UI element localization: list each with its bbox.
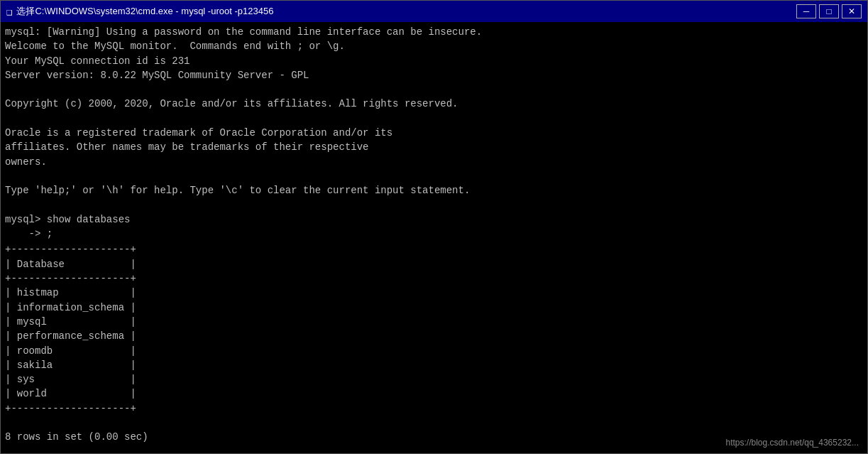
window-title: 选择C:\WINDOWS\system32\cmd.exe - mysql -u…: [16, 5, 273, 18]
terminal-line-5: [5, 82, 863, 97]
titlebar-left: ❑ 选择C:\WINDOWS\system32\cmd.exe - mysql …: [6, 5, 273, 18]
terminal-line-4: Server version: 8.0.22 MySQL Community S…: [5, 68, 863, 82]
terminal-line-6: Copyright (c) 2000, 2020, Oracle and/or …: [5, 97, 863, 111]
terminal-line-3: Your MySQL connection id is 231: [5, 54, 863, 68]
terminal-line-2: Welcome to the MySQL monitor. Commands e…: [5, 39, 863, 53]
database-table: +--------------------+ | Database | +---…: [5, 242, 863, 416]
terminal-line-7: [5, 112, 863, 126]
watermark: https://blog.csdn.net/qq_4365232...: [726, 438, 859, 448]
result-line: [5, 416, 863, 430]
terminal-line-1: mysql: [Warning] Using a password on the…: [5, 25, 863, 39]
terminal-body[interactable]: mysql: [Warning] Using a password on the…: [1, 22, 867, 453]
table-border-top: +--------------------+: [5, 242, 863, 256]
table-border-mid: +--------------------+: [5, 271, 863, 286]
table-row-4: | performance_schema |: [5, 329, 863, 343]
table-row-6: | sakila |: [5, 358, 863, 372]
terminal-line-10: owners.: [5, 155, 863, 169]
titlebar-controls: ─ □ ✕: [796, 4, 862, 18]
close-button[interactable]: ✕: [842, 4, 862, 18]
terminal-line-12: Type 'help;' or '\h' for help. Type '\c'…: [5, 183, 863, 198]
terminal-line-14: mysql> show databases: [5, 212, 863, 227]
window-icon: ❑: [6, 6, 12, 18]
terminal-line-8: Oracle is a registered trademark of Orac…: [5, 126, 863, 140]
table-row-7: | sys |: [5, 372, 863, 387]
table-row-1: | histmap |: [5, 286, 863, 300]
terminal-line-15: -> ;: [5, 227, 863, 241]
table-row-8: | world |: [5, 387, 863, 401]
maximize-button[interactable]: □: [819, 4, 839, 18]
minimize-button[interactable]: ─: [796, 4, 816, 18]
table-row-3: | mysql |: [5, 315, 863, 329]
table-row-5: | roomdb |: [5, 344, 863, 358]
terminal-line-9: affiliates. Other names may be trademark…: [5, 140, 863, 154]
table-row-2: | information_schema |: [5, 301, 863, 315]
cmd-window: ❑ 选择C:\WINDOWS\system32\cmd.exe - mysql …: [0, 0, 868, 454]
table-border-bot: +--------------------+: [5, 401, 863, 416]
titlebar: ❑ 选择C:\WINDOWS\system32\cmd.exe - mysql …: [1, 1, 867, 22]
terminal-line-13: [5, 198, 863, 212]
terminal-line-11: [5, 169, 863, 183]
table-header: | Database |: [5, 257, 863, 271]
